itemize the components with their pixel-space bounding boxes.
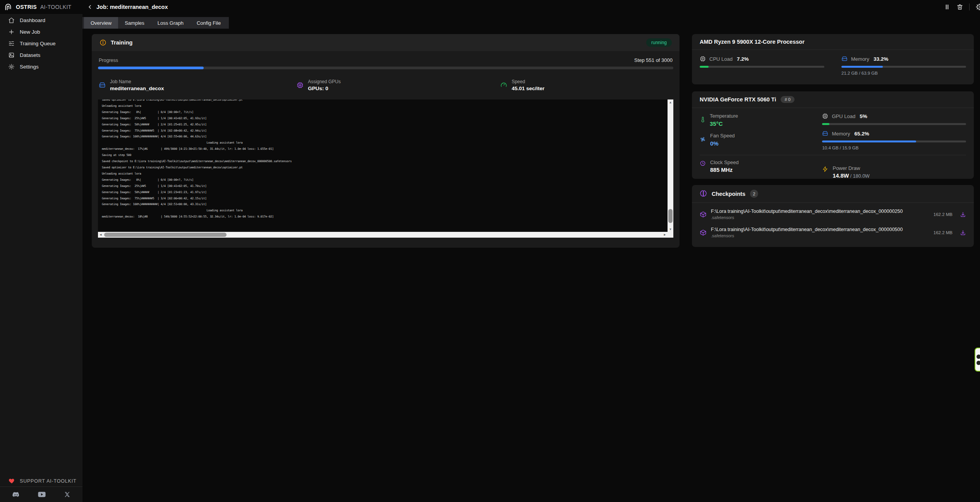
main-content: Overview Samples Loss Graph Config File … (82, 14, 980, 502)
checkpoint-size: 162.2 MB (934, 212, 953, 217)
vertical-scrollbar[interactable]: ▲ ▼ (668, 99, 673, 232)
image-icon (8, 52, 15, 58)
horizontal-scroll-thumb[interactable] (104, 233, 227, 237)
checkpoints-card: Checkpoints 2 F:\Lora training\AI-Toolki… (692, 185, 974, 247)
scroll-down-arrow[interactable]: ▼ (668, 226, 673, 232)
progress-bar-fill (98, 67, 204, 69)
gpu-temperature-stat: Temperature 35°C (700, 113, 822, 127)
training-card: Training running Progress Step 551 of 30… (92, 34, 680, 248)
gpu-load-bar-fill (822, 123, 829, 125)
speed-field: Speed 45.01 sec/iter (500, 79, 673, 91)
cpu-load-label: CPU Load (709, 56, 733, 62)
speed-label: Speed (511, 79, 544, 84)
cpu-memory-value: 33.2% (874, 56, 888, 62)
topbar-actions (944, 0, 980, 14)
checkpoints-header: Checkpoints 2 (692, 185, 974, 203)
cpu-memory-bar (841, 66, 966, 68)
scroll-left-arrow[interactable]: ◄ (98, 232, 103, 238)
pause-job-button[interactable] (944, 3, 951, 10)
sidebar-item-label: Training Queue (20, 41, 56, 46)
assigned-gpus-label: Assigned GPUs (308, 79, 341, 84)
app-root: OSTRIS AI-TOOLKIT Job: mediterranean_dec… (0, 0, 980, 502)
gauge-icon (500, 82, 507, 89)
assigned-gpus-field: Assigned GPUs GPUs: 0 (297, 79, 500, 91)
sidebar-nav: Dashboard New Job Training Queue Dataset… (0, 14, 82, 72)
x-icon[interactable] (64, 491, 70, 498)
gpu-right-column: GPU Load 5% Memory 65.2% (822, 113, 966, 150)
checkpoint-row[interactable]: F:\Lora training\AI-Toolkit\output\medit… (697, 205, 968, 223)
cpu-card-body: CPU Load 7.2% Memory 33.2% 21.2 GB / 63. (692, 50, 974, 81)
gpu-card-body: Temperature 35°C Fan Speed 0% (692, 108, 974, 150)
gear-run-icon[interactable] (975, 3, 980, 11)
cpu-memory-meter: Memory 33.2% 21.2 GB / 63.9 GB (841, 56, 966, 75)
checkpoints-title: Checkpoints (712, 191, 745, 197)
gpu-power-stat: Power Draw 14.8W / 180.0W (822, 165, 966, 179)
tab-bar: Overview Samples Loss Graph Config File (82, 17, 229, 29)
gpu-title: NVIDIA GeForce RTX 5060 Ti (700, 96, 776, 103)
tab-config-file[interactable]: Config File (190, 17, 227, 29)
gpu-bottom-row: Clock Speed 885 MHz Power Draw 14.8W / 1… (692, 155, 974, 179)
scroll-up-arrow[interactable]: ▲ (668, 99, 673, 105)
tab-label: Config File (197, 20, 221, 26)
checkpoint-size: 162.2 MB (934, 230, 953, 235)
cpu-load-value: 7.2% (737, 56, 749, 62)
sidebar-item-dashboard[interactable]: Dashboard (0, 14, 82, 26)
download-icon[interactable] (960, 211, 966, 218)
info-circle-icon (100, 39, 106, 46)
tab-loss-graph[interactable]: Loss Graph (151, 17, 190, 29)
progress-label: Progress (99, 58, 118, 63)
package-icon (700, 211, 707, 218)
discord-icon[interactable] (12, 492, 20, 498)
floating-widget-icon (977, 361, 980, 365)
brain-icon (700, 190, 707, 197)
gpu-power-max: / 180.0W (849, 173, 870, 179)
delete-job-button[interactable] (956, 3, 963, 10)
gpu-power-value: 14.8W / 180.0W (832, 173, 869, 179)
horizontal-scrollbar[interactable]: ◄ ► (98, 232, 668, 238)
sidebar-item-settings[interactable]: Settings (0, 61, 82, 72)
console-log[interactable]: Saved optimizer to E:\Lora training\AI-T… (98, 99, 673, 238)
sidebar-item-training-queue[interactable]: Training Queue (0, 38, 82, 49)
gpu-load-icon (822, 113, 828, 119)
gpu-temperature-label: Temperature (710, 113, 738, 119)
gpu-load-value: 5% (860, 113, 867, 119)
cpu-load-icon (700, 56, 706, 62)
top-bar: OSTRIS AI-TOOLKIT Job: mediterranean_dec… (0, 0, 980, 14)
floating-widget[interactable] (975, 348, 980, 372)
gpu-load-bar (822, 123, 966, 125)
gpu-memory-bar-fill (822, 140, 916, 142)
job-name-label: Job Name (110, 79, 164, 84)
vertical-scroll-thumb[interactable] (668, 209, 673, 223)
plus-icon (8, 29, 15, 35)
checkpoint-path: F:\Lora training\AI-Toolkit\output\medit… (711, 209, 929, 214)
checkpoints-count-badge: 2 (750, 190, 758, 198)
download-icon[interactable] (960, 230, 966, 236)
sidebar-item-datasets[interactable]: Datasets (0, 49, 82, 61)
training-title: Training (111, 39, 132, 46)
gpu-power-label: Power Draw (832, 165, 869, 171)
gpu-card-header: NVIDIA GeForce RTX 5060 Ti # 0 (692, 91, 974, 108)
support-link[interactable]: SUPPORT AI-TOOLKIT (0, 478, 82, 484)
gpu-memory-value: 65.2% (854, 131, 869, 137)
page-title: Job: mediterranean_decox (96, 4, 168, 10)
queue-icon (8, 40, 15, 47)
tab-samples[interactable]: Samples (118, 17, 151, 29)
gpu-fan-stat: Fan Speed 0% (700, 133, 822, 147)
checkpoint-row[interactable]: F:\Lora training\AI-Toolkit\output\medit… (697, 223, 968, 242)
youtube-icon[interactable] (38, 492, 46, 497)
package-icon (700, 229, 707, 236)
gpu-memory-meter: Memory 65.2% 10.4 GB / 15.9 GB (822, 130, 966, 150)
cpu-load-meter: CPU Load 7.2% (700, 56, 824, 75)
back-button[interactable] (87, 4, 93, 10)
scroll-right-arrow[interactable]: ► (662, 232, 668, 238)
brand-suffix: AI-TOOLKIT (40, 4, 72, 10)
tab-overview[interactable]: Overview (84, 17, 118, 29)
gpu-card: NVIDIA GeForce RTX 5060 Ti # 0 Temperatu… (692, 91, 974, 179)
brand: OSTRIS AI-TOOLKIT (0, 3, 82, 11)
checkpoint-extension: .safetensors (711, 233, 929, 238)
checkpoint-path: F:\Lora training\AI-Toolkit\output\medit… (711, 227, 929, 232)
heart-icon (9, 478, 15, 484)
cpu-card: AMD Ryzen 9 5900X 12-Core Processor CPU … (692, 34, 974, 84)
sidebar-item-new-job[interactable]: New Job (0, 26, 82, 38)
gpu-memory-label: Memory (832, 131, 850, 137)
